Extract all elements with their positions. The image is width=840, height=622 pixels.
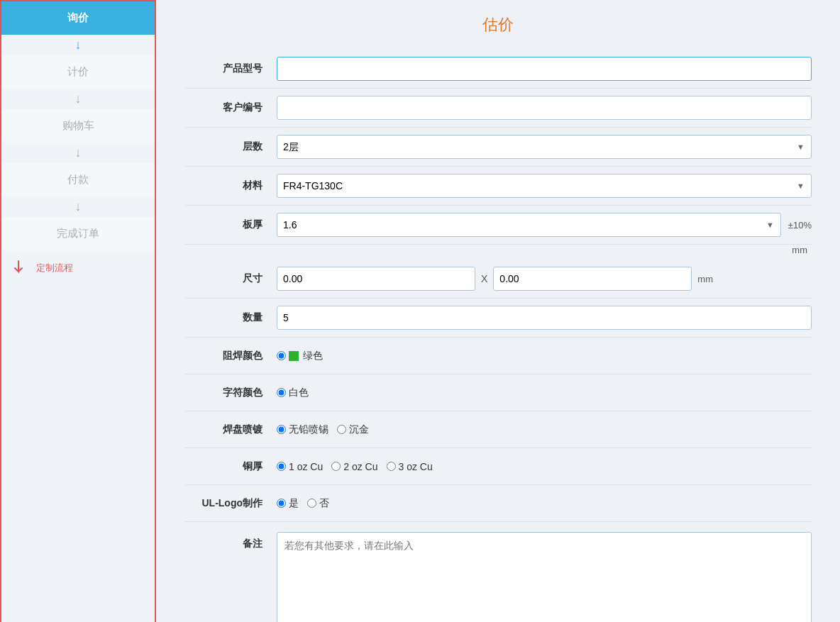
- solder-color-green[interactable]: 绿色: [277, 350, 323, 362]
- layers-select-wrapper: 1层 2层 4层 6层 8层: [277, 135, 812, 159]
- pad-plating-gold[interactable]: 沉金: [337, 423, 369, 436]
- copper-row: 铜厚 1 oz Cu 2 oz Cu 3 oz Cu: [184, 448, 812, 485]
- layers-select[interactable]: 1层 2层 4层 6层 8层: [277, 135, 812, 159]
- note-textarea[interactable]: [277, 532, 812, 622]
- step-arrow-3: ↓: [1, 143, 155, 163]
- pad-plating-hasl-label: 无铅喷锡: [289, 423, 328, 436]
- product-model-label: 产品型号: [184, 62, 277, 75]
- annotation-label: 定制流程: [36, 262, 73, 274]
- solder-color-green-radio[interactable]: [277, 351, 286, 360]
- solder-color-label: 阻焊颜色: [184, 350, 277, 362]
- dimension-label: 尺寸: [184, 272, 277, 285]
- customer-id-row: 客户编号: [184, 89, 812, 128]
- layers-label: 层数: [184, 140, 277, 153]
- ul-logo-no[interactable]: 否: [307, 497, 329, 510]
- char-color-label: 字符颜色: [184, 387, 277, 399]
- solder-color-row: 阻焊颜色 绿色: [184, 338, 812, 374]
- material-select[interactable]: FR4-TG130C FR4-TG150C FR4-TG170C: [277, 174, 812, 198]
- ul-logo-yes-label: 是: [289, 497, 299, 510]
- pad-plating-field: 无铅喷锡 沉金: [277, 423, 812, 436]
- char-color-field: 白色: [277, 387, 812, 399]
- pad-plating-hasl[interactable]: 无铅喷锡: [277, 423, 328, 436]
- sidebar-step-payment[interactable]: 付款: [1, 163, 155, 196]
- quantity-label: 数量: [184, 311, 277, 324]
- sidebar-step-complete[interactable]: 完成订单: [1, 217, 155, 250]
- char-color-white-label: 白色: [289, 387, 309, 399]
- dim-x-input[interactable]: [277, 267, 475, 291]
- copper-label: 铜厚: [184, 460, 277, 473]
- copper-1oz-label: 1 oz Cu: [289, 461, 323, 472]
- main-content: 估价 产品型号 客户编号 层数 1层 2层 4层: [156, 0, 840, 622]
- pad-plating-group: 无铅喷锡 沉金: [277, 423, 369, 436]
- sidebar: 询价 ↓ 计价 ↓ 购物车 ↓ 付款 ↓ 完成订单 定制流程: [0, 0, 156, 622]
- copper-2oz-label: 2 oz Cu: [343, 461, 377, 472]
- solder-color-group: 绿色: [277, 350, 323, 362]
- step-arrow-4: ↓: [1, 196, 155, 217]
- material-field: FR4-TG130C FR4-TG150C FR4-TG170C: [277, 174, 812, 198]
- thickness-controls: 0.4 0.6 0.8 1.0 1.2 1.6 2.0 ±10%: [277, 213, 812, 237]
- solder-color-green-label: 绿色: [303, 350, 323, 362]
- pad-plating-label: 焊盘喷镀: [184, 423, 277, 436]
- dimension-field: X mm: [277, 267, 812, 291]
- copper-3oz[interactable]: 3 oz Cu: [387, 461, 433, 472]
- ul-logo-label: UL-Logo制作: [184, 497, 277, 510]
- green-color-dot: [289, 351, 299, 361]
- customer-id-field: [277, 96, 812, 120]
- copper-2oz[interactable]: 2 oz Cu: [331, 461, 377, 472]
- page-title: 估价: [184, 14, 812, 35]
- material-select-wrapper: FR4-TG130C FR4-TG150C FR4-TG170C: [277, 174, 812, 198]
- copper-1oz[interactable]: 1 oz Cu: [277, 461, 323, 472]
- char-color-group: 白色: [277, 387, 309, 399]
- thickness-row: 板厚 0.4 0.6 0.8 1.0 1.2 1.6 2.0: [184, 206, 812, 245]
- char-color-white[interactable]: 白色: [277, 387, 309, 399]
- ul-logo-group: 是 否: [277, 497, 329, 510]
- estimate-form: 产品型号 客户编号 层数 1层 2层 4层 6层: [184, 50, 812, 622]
- note-label: 备注: [184, 532, 277, 550]
- sidebar-step-pricing[interactable]: 计价: [1, 55, 155, 89]
- quantity-field: [277, 306, 812, 330]
- ul-logo-no-radio[interactable]: [307, 499, 316, 508]
- note-field: [277, 532, 812, 622]
- copper-group: 1 oz Cu 2 oz Cu 3 oz Cu: [277, 461, 433, 472]
- sidebar-step-inquiry[interactable]: 询价: [1, 1, 155, 35]
- thickness-select[interactable]: 0.4 0.6 0.8 1.0 1.2 1.6 2.0: [277, 213, 781, 237]
- thickness-unit: mm: [792, 245, 807, 255]
- dimension-unit: mm: [697, 274, 713, 284]
- dim-y-input[interactable]: [493, 267, 692, 291]
- thickness-label: 板厚: [184, 218, 277, 231]
- copper-3oz-radio[interactable]: [387, 462, 396, 471]
- dimension-row: 尺寸 X mm: [184, 260, 812, 299]
- ul-logo-no-label: 否: [319, 497, 329, 510]
- material-label: 材料: [184, 179, 277, 192]
- quantity-input[interactable]: [277, 306, 812, 330]
- quantity-row: 数量: [184, 299, 812, 338]
- layers-field: 1层 2层 4层 6层 8层: [277, 135, 812, 159]
- ul-logo-yes[interactable]: 是: [277, 497, 299, 510]
- ul-logo-yes-radio[interactable]: [277, 499, 286, 508]
- char-color-white-radio[interactable]: [277, 388, 286, 397]
- thickness-select-wrapper: 0.4 0.6 0.8 1.0 1.2 1.6 2.0: [277, 213, 781, 237]
- sidebar-step-cart[interactable]: 购物车: [1, 109, 155, 143]
- copper-3oz-label: 3 oz Cu: [399, 461, 433, 472]
- ul-logo-field: 是 否: [277, 497, 812, 510]
- material-row: 材料 FR4-TG130C FR4-TG150C FR4-TG170C: [184, 167, 812, 206]
- step-arrow-2: ↓: [1, 89, 155, 109]
- dimension-controls: X mm: [277, 267, 812, 291]
- copper-field: 1 oz Cu 2 oz Cu 3 oz Cu: [277, 461, 812, 472]
- dimension-x-label: X: [481, 273, 487, 284]
- product-model-input[interactable]: [277, 57, 812, 81]
- ul-logo-row: UL-Logo制作 是 否: [184, 485, 812, 522]
- pad-plating-hasl-radio[interactable]: [277, 425, 286, 434]
- customer-id-input[interactable]: [277, 96, 812, 120]
- thickness-tolerance: ±10%: [788, 220, 812, 231]
- copper-2oz-radio[interactable]: [331, 462, 341, 471]
- thickness-field: 0.4 0.6 0.8 1.0 1.2 1.6 2.0 ±10%: [277, 213, 812, 237]
- copper-1oz-radio[interactable]: [277, 462, 286, 471]
- red-arrow-icon: [11, 257, 33, 279]
- customer-id-label: 客户编号: [184, 101, 277, 114]
- note-row: 备注: [184, 522, 812, 622]
- pad-plating-gold-label: 沉金: [349, 423, 369, 436]
- char-color-row: 字符颜色 白色: [184, 374, 812, 411]
- pad-plating-gold-radio[interactable]: [337, 425, 346, 434]
- layers-row: 层数 1层 2层 4层 6层 8层: [184, 128, 812, 167]
